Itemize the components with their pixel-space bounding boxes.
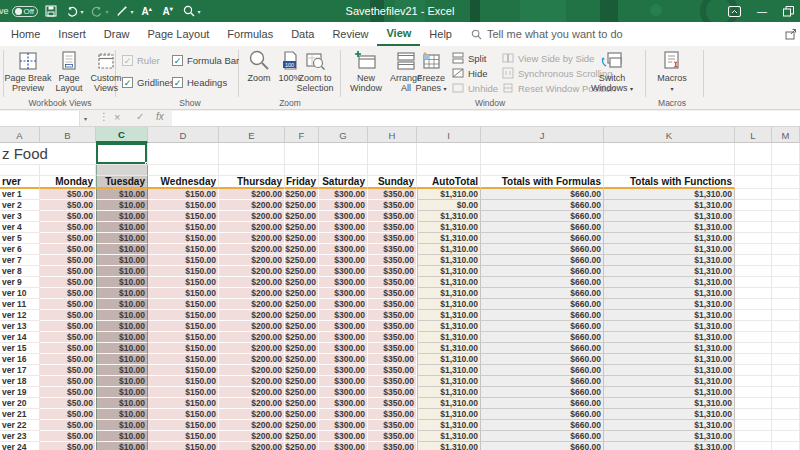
value-cell[interactable]: $200.00 — [219, 442, 285, 450]
tab-home[interactable]: Home — [2, 22, 49, 46]
value-cell[interactable]: $300.00 — [319, 200, 368, 211]
value-cell[interactable]: $350.00 — [368, 200, 417, 211]
value-cell[interactable]: $50.00 — [40, 222, 96, 233]
value-cell[interactable]: $1,310.00 — [417, 299, 481, 310]
value-cell[interactable]: $10.00 — [96, 266, 148, 277]
cell[interactable] — [772, 288, 800, 299]
value-cell[interactable]: $1,310.00 — [604, 244, 735, 255]
server-label-cell[interactable]: ver 10 — [0, 288, 40, 299]
value-cell[interactable]: $150.00 — [148, 200, 219, 211]
cell[interactable] — [0, 165, 40, 176]
value-cell[interactable]: $300.00 — [319, 310, 368, 321]
value-cell[interactable]: $1,310.00 — [604, 354, 735, 365]
value-cell[interactable]: $10.00 — [96, 431, 148, 442]
value-cell[interactable]: $350.00 — [368, 365, 417, 376]
value-cell[interactable]: $200.00 — [219, 266, 285, 277]
value-cell[interactable]: $300.00 — [319, 211, 368, 222]
cell[interactable] — [772, 176, 800, 189]
value-cell[interactable]: $50.00 — [40, 409, 96, 420]
value-cell[interactable]: $10.00 — [96, 189, 148, 200]
cell[interactable] — [219, 165, 285, 176]
column-header-A[interactable]: A — [0, 127, 40, 143]
value-cell[interactable]: $200.00 — [219, 431, 285, 442]
redo-button[interactable] — [89, 3, 105, 19]
sheet-column-title[interactable]: Saturday — [319, 176, 368, 189]
macros-button[interactable]: Macros ▾ — [650, 49, 694, 94]
value-cell[interactable]: $250.00 — [285, 244, 319, 255]
value-cell[interactable]: $1,310.00 — [417, 398, 481, 409]
cell[interactable] — [219, 143, 285, 165]
sheet-column-title[interactable]: Monday — [40, 176, 96, 189]
server-label-cell[interactable]: ver 20 — [0, 398, 40, 409]
value-cell[interactable]: $300.00 — [319, 354, 368, 365]
value-cell[interactable]: $1,310.00 — [417, 387, 481, 398]
cell[interactable] — [735, 266, 772, 277]
server-label-cell[interactable]: ver 5 — [0, 233, 40, 244]
cell[interactable] — [772, 321, 800, 332]
server-label-cell[interactable]: ver 12 — [0, 310, 40, 321]
sheet-column-title[interactable]: Friday — [285, 176, 319, 189]
cell[interactable] — [735, 143, 772, 165]
value-cell[interactable]: $10.00 — [96, 420, 148, 431]
value-cell[interactable]: $10.00 — [96, 255, 148, 266]
cell[interactable] — [735, 409, 772, 420]
value-cell[interactable]: $250.00 — [285, 431, 319, 442]
value-cell[interactable]: $1,310.00 — [604, 420, 735, 431]
value-cell[interactable]: $660.00 — [481, 211, 604, 222]
value-cell[interactable]: $1,310.00 — [604, 211, 735, 222]
fill-handle[interactable] — [145, 162, 148, 165]
value-cell[interactable]: $200.00 — [219, 288, 285, 299]
cell[interactable] — [285, 165, 319, 176]
value-cell[interactable]: $300.00 — [319, 442, 368, 450]
column-header-G[interactable]: G — [319, 127, 368, 143]
value-cell[interactable]: $150.00 — [148, 299, 219, 310]
value-cell[interactable]: $250.00 — [285, 343, 319, 354]
cell[interactable] — [481, 143, 604, 165]
sheet-column-title[interactable]: Totals with Functions — [604, 176, 735, 189]
cell[interactable] — [148, 165, 219, 176]
column-header-J[interactable]: J — [481, 127, 604, 143]
cell[interactable] — [735, 354, 772, 365]
name-box[interactable] — [0, 111, 80, 126]
value-cell[interactable]: $1,310.00 — [604, 255, 735, 266]
cell[interactable] — [772, 233, 800, 244]
value-cell[interactable]: $250.00 — [285, 189, 319, 200]
value-cell[interactable]: $660.00 — [481, 255, 604, 266]
zoom-button[interactable]: Zoom — [242, 49, 276, 83]
insert-function-icon[interactable]: fx — [156, 111, 164, 122]
cell[interactable] — [735, 176, 772, 189]
redo-caret-icon[interactable]: ▾ — [106, 8, 109, 15]
value-cell[interactable]: $10.00 — [96, 442, 148, 450]
zoom-qat-button[interactable] — [181, 3, 197, 19]
value-cell[interactable]: $10.00 — [96, 310, 148, 321]
value-cell[interactable]: $10.00 — [96, 211, 148, 222]
value-cell[interactable]: $10.00 — [96, 398, 148, 409]
value-cell[interactable]: $1,310.00 — [604, 222, 735, 233]
cell[interactable] — [735, 222, 772, 233]
value-cell[interactable]: $1,310.00 — [604, 365, 735, 376]
ribbon-display-options-icon[interactable] — [728, 6, 741, 17]
value-cell[interactable]: $1,310.00 — [417, 266, 481, 277]
save-button[interactable] — [43, 3, 59, 19]
server-label-cell[interactable]: ver 11 — [0, 299, 40, 310]
value-cell[interactable]: $1,310.00 — [604, 233, 735, 244]
cell[interactable] — [735, 376, 772, 387]
value-cell[interactable]: $300.00 — [319, 431, 368, 442]
value-cell[interactable]: $660.00 — [481, 299, 604, 310]
value-cell[interactable]: $1,310.00 — [604, 376, 735, 387]
value-cell[interactable]: $150.00 — [148, 222, 219, 233]
value-cell[interactable]: $150.00 — [148, 255, 219, 266]
cell[interactable] — [772, 189, 800, 200]
value-cell[interactable]: $50.00 — [40, 255, 96, 266]
cell[interactable] — [40, 165, 96, 176]
value-cell[interactable]: $350.00 — [368, 420, 417, 431]
value-cell[interactable]: $50.00 — [40, 354, 96, 365]
server-label-cell[interactable]: ver 3 — [0, 211, 40, 222]
switch-windows-button[interactable]: Switch Windows ▾ — [588, 49, 636, 94]
value-cell[interactable]: $300.00 — [319, 409, 368, 420]
cell[interactable] — [735, 299, 772, 310]
cell[interactable] — [772, 420, 800, 431]
value-cell[interactable]: $10.00 — [96, 376, 148, 387]
value-cell[interactable]: $200.00 — [219, 233, 285, 244]
cell[interactable] — [772, 376, 800, 387]
